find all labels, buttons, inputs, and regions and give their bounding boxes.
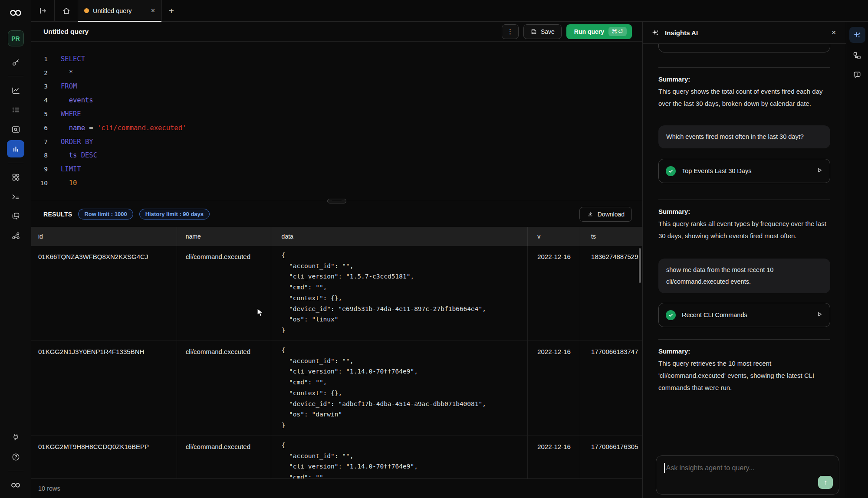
code-line: 1SELECT bbox=[31, 52, 642, 66]
row-limit-badge[interactable]: Row limit : 1000 bbox=[78, 209, 133, 220]
download-button[interactable]: Download bbox=[579, 207, 632, 222]
cell-data: { "account_id": "", "cli_version": "1.14… bbox=[271, 436, 528, 478]
insights-header: Insights AI ✕ bbox=[643, 22, 846, 44]
query-card-recent-cli[interactable]: Recent CLI Commands bbox=[658, 303, 830, 327]
help-icon[interactable] bbox=[7, 448, 24, 465]
section-divider bbox=[658, 200, 830, 200]
event-list-icon[interactable] bbox=[7, 101, 24, 118]
chat-bubbles-icon[interactable] bbox=[7, 207, 24, 225]
new-tab-button[interactable]: + bbox=[162, 0, 181, 21]
table-row[interactable]: 01KGG2N1J3Y0ENP1R4F1335BNH cli/command.e… bbox=[31, 341, 642, 436]
run-card-play-icon[interactable] bbox=[816, 311, 823, 319]
query-card-title: Recent CLI Commands bbox=[682, 311, 747, 318]
sparkles-icon bbox=[651, 29, 660, 37]
feedback-tab[interactable] bbox=[849, 68, 865, 81]
run-query-button[interactable]: Run query ⌘⏎ bbox=[566, 24, 632, 39]
results-toolbar: RESULTS Row limit : 1000 History limit :… bbox=[31, 201, 642, 227]
column-header-data: data bbox=[271, 227, 528, 246]
cell-v: 2022-12-16 bbox=[528, 341, 580, 436]
mouse-cursor bbox=[257, 308, 264, 319]
query-header: Untitled query ⋮ Save Run query ⌘⏎ bbox=[31, 22, 642, 42]
download-label: Download bbox=[598, 211, 625, 218]
insights-ai-tab[interactable] bbox=[849, 27, 865, 43]
right-rail bbox=[846, 22, 868, 498]
success-check-icon bbox=[666, 166, 676, 176]
save-icon bbox=[530, 28, 537, 35]
query-results-icon[interactable] bbox=[7, 140, 24, 157]
charts-icon[interactable] bbox=[7, 82, 24, 99]
cell-v: 2022-12-16 bbox=[528, 246, 580, 341]
results-label: RESULTS bbox=[43, 211, 72, 218]
integrations-nodes-icon[interactable] bbox=[7, 227, 24, 244]
summary-text: This query retrieves the 10 most recent … bbox=[658, 357, 830, 394]
code-line: 2 * bbox=[31, 66, 642, 80]
insights-title: Insights AI bbox=[665, 29, 698, 36]
save-button[interactable]: Save bbox=[523, 24, 562, 39]
more-options-button[interactable]: ⋮ bbox=[502, 24, 519, 39]
cell-name: cli/command.executed bbox=[177, 341, 271, 436]
tab-close-icon[interactable]: ✕ bbox=[151, 7, 155, 14]
summary-text: This query ranks all event types by freq… bbox=[658, 218, 830, 242]
main-area: Untitled query ⋮ Save Run query ⌘⏎ bbox=[31, 22, 643, 498]
scrolled-card-remnant bbox=[658, 44, 830, 52]
apps-grid-icon[interactable] bbox=[7, 168, 24, 186]
user-message: Which events fired most often in the las… bbox=[658, 125, 830, 148]
sidebar-divider bbox=[8, 163, 23, 163]
column-header-ts: ts bbox=[580, 227, 642, 246]
query-card-top-events[interactable]: Top Events Last 30 Days bbox=[658, 159, 830, 183]
explore-search-icon[interactable] bbox=[7, 121, 24, 138]
plugin-icon[interactable] bbox=[7, 429, 24, 446]
workspace-avatar[interactable]: PR bbox=[8, 30, 24, 46]
history-limit-badge[interactable]: History limit : 90 days bbox=[139, 209, 210, 220]
sidebar-divider bbox=[8, 471, 23, 471]
sidebar-divider bbox=[8, 76, 23, 76]
column-header-v: v bbox=[528, 227, 580, 246]
status-bar: 10 rows bbox=[31, 478, 642, 498]
home-icon[interactable] bbox=[55, 0, 78, 21]
app-shell: PR bbox=[0, 0, 868, 498]
cell-id: 01K66TQNZA3WFBQ8XN2KXSG4CJ bbox=[31, 246, 177, 341]
api-keys-icon[interactable] bbox=[7, 53, 24, 71]
insights-conversation: Summary: This query shows the total coun… bbox=[643, 44, 846, 498]
table-body: 01K66TQNZA3WFBQ8XN2KXSG4CJ cli/command.e… bbox=[31, 246, 642, 478]
summary-label: Summary: bbox=[658, 208, 830, 215]
tree-icon bbox=[853, 51, 861, 60]
table-row[interactable]: 01K66TQNZA3WFBQ8XN2KXSG4CJ cli/command.e… bbox=[31, 246, 642, 341]
column-header-name: name bbox=[177, 227, 271, 246]
brand-logo-icon bbox=[7, 6, 24, 21]
send-button[interactable]: ↑ bbox=[818, 476, 833, 489]
cell-name: cli/command.executed bbox=[177, 436, 271, 478]
close-panel-icon[interactable]: ✕ bbox=[831, 29, 836, 36]
collapse-sidebar-icon[interactable] bbox=[31, 0, 54, 21]
page-title: Untitled query bbox=[43, 28, 89, 36]
column-header-id: id bbox=[31, 227, 177, 246]
summary-label: Summary: bbox=[658, 347, 830, 355]
unsaved-dot-icon bbox=[84, 8, 89, 13]
pane-splitter-handle[interactable] bbox=[327, 199, 346, 203]
section-divider bbox=[658, 67, 830, 68]
insights-panel: Insights AI ✕ Summary: This query shows … bbox=[643, 22, 846, 498]
row-count: 10 rows bbox=[38, 485, 60, 492]
summary-label: Summary: bbox=[658, 75, 830, 83]
tab-bar: Untitled query ✕ + bbox=[31, 0, 868, 22]
code-line: 4 events bbox=[31, 93, 642, 107]
input-placeholder: Ask insights agent to query... bbox=[666, 464, 755, 472]
cell-id: 01KGG2N1J3Y0ENP1R4F1335BNH bbox=[31, 341, 177, 436]
code-line: 10 10 bbox=[31, 176, 642, 190]
code-line: 3FROM bbox=[31, 80, 642, 94]
insights-input[interactable]: Ask insights agent to query... ↑ bbox=[656, 455, 839, 495]
code-line: 9LIMIT bbox=[31, 162, 642, 176]
run-card-play-icon[interactable] bbox=[816, 167, 823, 175]
tab-label: Untitled query bbox=[93, 7, 147, 14]
query-card-title: Top Events Last 30 Days bbox=[682, 167, 751, 174]
table-row[interactable]: 01KGG2MT9H8H8CCDQ0ZK16BEPP cli/command.e… bbox=[31, 436, 642, 478]
user-message: show me data from the most recent 10 cli… bbox=[658, 259, 830, 293]
sql-editor[interactable]: 1SELECT 2 * 3FROM 4 events 5WHERE 6 name… bbox=[31, 42, 642, 201]
table-scrollbar[interactable] bbox=[639, 248, 641, 283]
code-line: 5WHERE bbox=[31, 107, 642, 121]
schema-tree-tab[interactable] bbox=[849, 49, 865, 62]
feedback-icon bbox=[853, 70, 861, 79]
cell-ts: 1770066183747 bbox=[580, 341, 642, 436]
terminal-icon[interactable] bbox=[7, 188, 24, 205]
tab-untitled-query[interactable]: Untitled query ✕ bbox=[78, 0, 162, 21]
